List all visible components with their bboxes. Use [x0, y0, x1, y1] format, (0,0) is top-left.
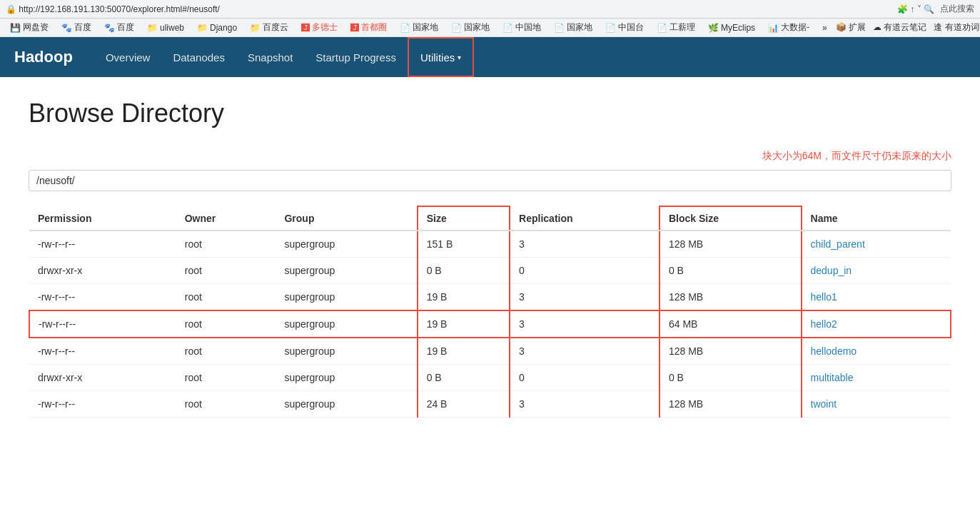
nav-brand[interactable]: Hadoop [14, 48, 73, 66]
extension-area: 📦 扩展 ☁ 有道云笔记 逢 有道劝词翻 [836, 21, 980, 34]
th-owner: Owner [176, 206, 276, 231]
cell-owner: root [176, 310, 276, 338]
cell-size: 19 B [418, 338, 510, 365]
cell-group: supergroup [276, 231, 417, 258]
page-title: Browse Directory [29, 98, 951, 128]
th-size: Size [418, 206, 510, 231]
browser-address-bar: 🔒 http://192.168.191.130:50070/explorer.… [0, 0, 980, 19]
bookmark-myeclips[interactable]: 🌿 MyEclips [704, 22, 759, 34]
nav-startup-progress[interactable]: Startup Progress [304, 37, 408, 77]
cell-replication: 0 [510, 365, 660, 391]
bookmark-jd2[interactable]: 🅹 首都圈 [346, 21, 391, 34]
bookmark-baidu2[interactable]: 🐾 百度 [100, 21, 138, 34]
bookmark-zhongguotai[interactable]: 📄 中国台 [601, 21, 648, 34]
table-row: drwxr-xr-x root supergroup 0 B 0 0 B ded… [29, 258, 951, 284]
cell-group: supergroup [276, 310, 417, 338]
bookmark-jd1[interactable]: 🅹 多德士 [297, 21, 342, 34]
table-row: -rw-r--r-- root supergroup 19 B 3 128 MB… [29, 338, 951, 365]
cell-owner: root [176, 284, 276, 311]
bookmark-wangpan[interactable]: 💾 网盘资 [6, 21, 53, 34]
bookmark-zhongguo[interactable]: 📄 中国地 [498, 21, 545, 34]
table-row: -rw-r--r-- root supergroup 19 B 3 64 MB … [29, 310, 951, 338]
cell-permission: -rw-r--r-- [29, 310, 176, 338]
cell-blocksize: 0 B [660, 365, 802, 391]
bookmark-django[interactable]: 📁 Django [193, 22, 241, 34]
cell-replication: 3 [510, 310, 660, 338]
cell-blocksize: 128 MB [660, 231, 802, 258]
cell-permission: -rw-r--r-- [29, 284, 176, 311]
nav-overview[interactable]: Overview [94, 37, 162, 77]
cell-replication: 0 [510, 258, 660, 284]
cell-group: supergroup [276, 391, 417, 418]
table-row: -rw-r--r-- root supergroup 19 B 3 128 MB… [29, 284, 951, 311]
main-nav: Hadoop Overview Datanodes Snapshot Start… [0, 37, 980, 77]
dropdown-arrow-icon: ▾ [458, 54, 461, 61]
th-permission: Permission [29, 206, 176, 231]
cell-group: supergroup [276, 284, 417, 311]
table-row: -rw-r--r-- root supergroup 151 B 3 128 M… [29, 231, 951, 258]
cell-size: 24 B [418, 391, 510, 418]
bookmark-uliweb[interactable]: 📁 uliweb [143, 22, 188, 34]
cell-owner: root [176, 365, 276, 391]
address-display: 🔒 http://192.168.191.130:50070/explorer.… [6, 4, 220, 14]
table-header-row: Permission Owner Group Size Replication … [29, 206, 951, 231]
cell-replication: 3 [510, 231, 660, 258]
cell-owner: root [176, 391, 276, 418]
cell-size: 0 B [418, 365, 510, 391]
cell-permission: -rw-r--r-- [29, 391, 176, 418]
cell-name[interactable]: hello1 [802, 284, 951, 311]
th-name: Name [802, 206, 951, 231]
cell-blocksize: 128 MB [660, 338, 802, 365]
bookmark-guojia3[interactable]: 📄 国家地 [550, 21, 597, 34]
bookmark-more[interactable]: » [818, 22, 832, 34]
cell-replication: 3 [510, 338, 660, 365]
cell-blocksize: 0 B [660, 258, 802, 284]
bookmark-guojia1[interactable]: 📄 国家地 [395, 21, 443, 34]
cell-name[interactable]: child_parent [802, 231, 951, 258]
cell-name[interactable]: multitable [802, 365, 951, 391]
cell-replication: 3 [510, 284, 660, 311]
nav-snapshot[interactable]: Snapshot [236, 37, 304, 77]
cell-group: supergroup [276, 365, 417, 391]
cell-name[interactable]: twoint [802, 391, 951, 418]
table-row: drwxr-xr-x root supergroup 0 B 0 0 B mul… [29, 365, 951, 391]
cell-name[interactable]: dedup_in [802, 258, 951, 284]
cell-owner: root [176, 231, 276, 258]
bookmarks-bar: 💾 网盘资 🐾 百度 🐾 百度 📁 uliweb 📁 Django 📁 百度云 … [0, 19, 980, 37]
cell-group: supergroup [276, 338, 417, 365]
th-replication: Replication [510, 206, 660, 231]
cell-permission: drwxr-xr-x [29, 365, 176, 391]
annotation-text: 块大小为64M，而文件尺寸仍未原来的大小 [29, 150, 951, 163]
th-blocksize: Block Size [660, 206, 802, 231]
bookmark-bigdata[interactable]: 📊 大数据- [764, 21, 814, 34]
bookmark-baiduyun[interactable]: 📁 百度云 [246, 21, 293, 34]
nav-datanodes[interactable]: Datanodes [161, 37, 236, 77]
path-input[interactable] [29, 170, 951, 191]
cell-size: 19 B [418, 310, 510, 338]
cell-name[interactable]: hellodemo [802, 338, 951, 365]
cell-blocksize: 64 MB [660, 310, 802, 338]
cell-permission: drwxr-xr-x [29, 258, 176, 284]
directory-table: Permission Owner Group Size Replication … [29, 206, 951, 418]
bookmark-baidu1[interactable]: 🐾 百度 [57, 21, 96, 34]
cell-group: supergroup [276, 258, 417, 284]
cell-blocksize: 128 MB [660, 284, 802, 311]
page-content: Browse Directory 块大小为64M，而文件尺寸仍未原来的大小 Pe… [0, 77, 980, 439]
cell-permission: -rw-r--r-- [29, 231, 176, 258]
browser-controls: 🧩 ↑ ˅ 🔍 点此搜索 [897, 3, 974, 15]
cell-owner: root [176, 338, 276, 365]
table-row: -rw-r--r-- root supergroup 24 B 3 128 MB… [29, 391, 951, 418]
cell-name[interactable]: hello2 [802, 310, 951, 338]
bookmark-gongxin[interactable]: 📄 工薪理 [652, 21, 699, 34]
th-group: Group [276, 206, 417, 231]
cell-size: 19 B [418, 284, 510, 311]
nav-utilities[interactable]: Utilities ▾ [408, 37, 474, 77]
cell-owner: root [176, 258, 276, 284]
cell-size: 0 B [418, 258, 510, 284]
cell-size: 151 B [418, 231, 510, 258]
cell-replication: 3 [510, 391, 660, 418]
cell-permission: -rw-r--r-- [29, 338, 176, 365]
bookmark-guojia2[interactable]: 📄 国家地 [447, 21, 494, 34]
cell-blocksize: 128 MB [660, 391, 802, 418]
